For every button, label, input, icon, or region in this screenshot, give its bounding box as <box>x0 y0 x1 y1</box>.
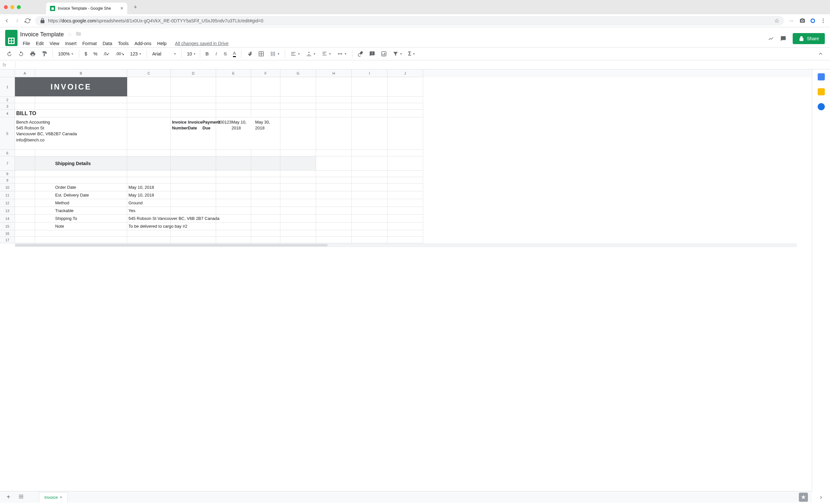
percent-button[interactable]: % <box>91 49 100 58</box>
cell[interactable] <box>127 150 171 156</box>
cell[interactable] <box>216 97 251 103</box>
cell[interactable] <box>127 97 171 103</box>
cell-trackable-label[interactable]: Trackable <box>35 207 127 215</box>
cell[interactable] <box>280 223 316 230</box>
profile-icon[interactable] <box>810 19 815 23</box>
cell[interactable] <box>15 207 35 215</box>
increase-decimal-button[interactable]: .00↘ <box>113 49 127 58</box>
sheet-tab-invoice[interactable]: Invoice ▼ <box>39 492 68 502</box>
cell[interactable] <box>15 230 35 237</box>
cell[interactable] <box>251 110 280 117</box>
cell[interactable] <box>387 223 423 230</box>
cell[interactable] <box>387 215 423 223</box>
cell[interactable] <box>316 103 352 110</box>
menu-view[interactable]: View <box>47 40 62 47</box>
cell[interactable] <box>216 237 251 243</box>
cell[interactable] <box>280 117 316 150</box>
row-header-6[interactable]: 6 <box>0 150 15 156</box>
cell[interactable] <box>280 97 316 103</box>
cell[interactable] <box>316 183 352 191</box>
cell[interactable] <box>216 150 251 156</box>
cell[interactable] <box>35 237 127 243</box>
cell[interactable] <box>352 199 387 207</box>
column-header-h[interactable]: H <box>316 69 352 77</box>
vertical-align-button[interactable]: ▼ <box>304 49 318 58</box>
cell[interactable] <box>35 171 127 177</box>
cell[interactable] <box>387 171 423 177</box>
cell[interactable] <box>352 171 387 177</box>
cell-f1[interactable] <box>251 77 280 97</box>
cell[interactable] <box>280 237 316 243</box>
minimize-window-button[interactable] <box>10 5 14 9</box>
cell[interactable] <box>15 183 35 191</box>
cell-shipping-to-label[interactable]: Shipping To <box>35 215 127 223</box>
row-header-10[interactable]: 10 <box>0 183 15 191</box>
row-header-15[interactable]: 15 <box>0 223 15 230</box>
cell[interactable] <box>251 150 280 156</box>
cell[interactable] <box>387 150 423 156</box>
cell[interactable] <box>316 230 352 237</box>
address-bar[interactable]: https://docs.google.com/spreadsheets/d/1… <box>35 16 784 26</box>
cell[interactable] <box>15 191 35 199</box>
cell[interactable] <box>352 207 387 215</box>
cell-order-date-value[interactable]: May 10, 2018 <box>127 183 171 191</box>
cell[interactable] <box>251 177 280 183</box>
star-icon[interactable]: ☆ <box>774 17 779 24</box>
cell[interactable] <box>216 183 251 191</box>
cell[interactable] <box>280 156 316 171</box>
row-header-5[interactable]: 5 <box>0 117 15 150</box>
menu-insert[interactable]: Insert <box>63 40 79 47</box>
row-header-4[interactable]: 4 <box>0 110 15 117</box>
menu-file[interactable]: File <box>20 40 33 47</box>
merge-cells-button[interactable]: ▼ <box>267 49 282 58</box>
text-rotation-button[interactable]: ▼ <box>334 49 349 58</box>
cell[interactable] <box>387 191 423 199</box>
close-tab-icon[interactable]: × <box>120 5 123 11</box>
browser-menu-icon[interactable] <box>820 18 826 24</box>
redo-button[interactable] <box>15 49 27 58</box>
forward-button[interactable] <box>14 18 20 24</box>
cell[interactable] <box>387 97 423 103</box>
spreadsheet-grid[interactable]: A B C D E F G H I J 1 INVOICE 2 3 <box>0 69 812 491</box>
strikethrough-button[interactable]: S <box>221 49 229 58</box>
cell[interactable] <box>216 171 251 177</box>
cell[interactable] <box>251 199 280 207</box>
explore-button[interactable] <box>799 493 808 502</box>
cell[interactable] <box>251 183 280 191</box>
cell[interactable] <box>216 230 251 237</box>
cell[interactable] <box>15 177 35 183</box>
cell[interactable] <box>171 237 216 243</box>
cell[interactable] <box>216 110 251 117</box>
cell[interactable] <box>127 171 171 177</box>
cell-shipping-header[interactable]: Shipping Details <box>35 156 127 171</box>
insert-comment-button[interactable] <box>366 49 378 58</box>
tasks-icon[interactable] <box>818 103 825 110</box>
column-header-a[interactable]: A <box>15 69 35 77</box>
cell[interactable] <box>15 97 35 103</box>
cell[interactable] <box>352 103 387 110</box>
cell[interactable] <box>15 150 35 156</box>
cell[interactable] <box>251 215 280 223</box>
cell[interactable] <box>15 237 35 243</box>
cell[interactable] <box>171 110 216 117</box>
cell[interactable] <box>352 156 387 171</box>
cell[interactable] <box>316 156 352 171</box>
cell[interactable] <box>387 156 423 171</box>
cell[interactable] <box>127 230 171 237</box>
new-tab-button[interactable]: + <box>134 4 137 11</box>
bold-button[interactable]: B <box>203 49 211 58</box>
cell[interactable] <box>171 230 216 237</box>
insert-chart-button[interactable] <box>378 49 389 58</box>
cell[interactable] <box>280 150 316 156</box>
number-format-select[interactable]: 123▼ <box>128 50 144 58</box>
cell[interactable] <box>127 237 171 243</box>
cell[interactable] <box>216 215 251 223</box>
move-folder-icon[interactable] <box>75 31 82 38</box>
cell[interactable] <box>251 171 280 177</box>
menu-edit[interactable]: Edit <box>33 40 46 47</box>
cell-a1[interactable]: INVOICE <box>15 77 127 97</box>
cell[interactable] <box>316 207 352 215</box>
close-window-button[interactable] <box>4 5 8 9</box>
row-header-1[interactable]: 1 <box>0 77 15 97</box>
cell[interactable] <box>171 183 216 191</box>
